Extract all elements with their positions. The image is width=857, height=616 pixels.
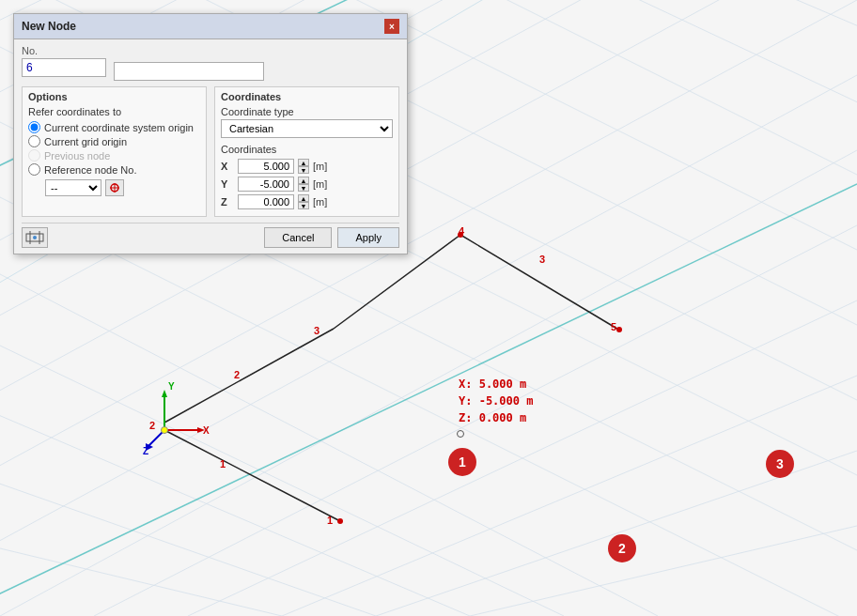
apply-button[interactable]: Apply	[337, 227, 399, 248]
svg-line-10	[0, 451, 376, 616]
y-coord-row: Y ▲ ▼ [m]	[221, 177, 393, 192]
y-label: Y	[221, 178, 234, 190]
y-input[interactable]	[238, 177, 294, 192]
coords-title: Coordinates	[221, 91, 393, 102]
ref-node-pick-button[interactable]	[105, 179, 124, 196]
svg-line-25	[470, 526, 857, 616]
svg-line-23	[282, 376, 857, 616]
coords-label: Coordinates	[221, 144, 393, 155]
options-panel: Options Refer coordinates to Current coo…	[22, 86, 207, 217]
svg-line-22	[188, 300, 857, 616]
y-spinner: ▲ ▼	[298, 177, 309, 192]
ref-node-row: --	[45, 179, 200, 196]
new-node-dialog: New Node × No. Options Refer coordinates…	[13, 13, 408, 254]
node-dot-5	[616, 327, 622, 332]
comment-input[interactable]	[114, 62, 264, 81]
z-coord-row: Z ▲ ▼ [m]	[221, 194, 393, 209]
radio-grid-origin[interactable]	[28, 135, 40, 147]
radio-item-prev-node: Previous node	[28, 149, 200, 162]
node-label-3-line: 3	[314, 325, 319, 336]
y-spin-down[interactable]: ▼	[298, 184, 309, 192]
x-label: X	[221, 161, 234, 172]
origin-point	[161, 426, 168, 434]
coord-type-label: Coordinate type	[221, 106, 393, 117]
node-number-row: No.	[22, 45, 399, 81]
node-label-2-line: 2	[234, 369, 240, 380]
x-coord-row: X ▲ ▼ [m]	[221, 159, 393, 174]
y-spin-up[interactable]: ▲	[298, 177, 309, 184]
radio-label-ref-node: Reference node No.	[44, 164, 136, 176]
y-unit: [m]	[313, 178, 327, 190]
node-label-1-line: 1	[327, 515, 333, 526]
dialog-body: No. Options Refer coordinates to Current…	[14, 39, 407, 254]
dialog-bottom: Cancel Apply	[22, 223, 399, 248]
z-label: Z	[221, 196, 234, 208]
comment-group	[114, 62, 399, 81]
coord-type-select[interactable]: Cartesian Cylindrical Spherical	[221, 119, 393, 138]
svg-line-33	[460, 235, 620, 331]
radio-prev-node	[28, 149, 40, 162]
z-spinner: ▲ ▼	[298, 194, 309, 209]
svg-text:X: X	[203, 425, 210, 436]
radio-label-prev-node: Previous node	[44, 150, 110, 162]
options-title: Options	[28, 91, 200, 102]
circle-label-3: 3	[766, 450, 794, 478]
coord-readout: X: 5.000 mY: -5.000 mZ: 0.000 m	[459, 376, 533, 426]
radio-item-coord-origin[interactable]: Current coordinate system origin	[28, 121, 200, 133]
svg-line-7	[0, 225, 658, 616]
radio-group: Current coordinate system origin Current…	[28, 121, 200, 176]
ref-node-select[interactable]: --	[45, 179, 101, 196]
radio-label-coord-origin: Current coordinate system origin	[44, 122, 194, 133]
circle-label-1: 1	[448, 448, 476, 476]
radio-item-ref-node[interactable]: Reference node No.	[28, 163, 200, 176]
x-spin-up[interactable]: ▲	[298, 159, 309, 166]
svg-text:Y: Y	[168, 381, 175, 392]
close-button[interactable]: ×	[384, 19, 399, 34]
svg-text:Z: Z	[143, 446, 148, 456]
node-label-1-right: 1	[220, 458, 226, 470]
z-spin-down[interactable]: ▼	[298, 202, 309, 209]
node-label-2: 2	[149, 420, 155, 431]
x-unit: [m]	[313, 161, 327, 172]
radio-coord-origin[interactable]	[28, 121, 40, 133]
node-no-group: No.	[22, 45, 106, 81]
cancel-button[interactable]: Cancel	[264, 227, 332, 248]
dialog-two-col: Options Refer coordinates to Current coo…	[22, 86, 399, 217]
coordinates-panel: Coordinates Coordinate type Cartesian Cy…	[214, 86, 399, 217]
refer-label: Refer coordinates to	[28, 106, 200, 117]
node-no-label: No.	[22, 45, 106, 56]
z-unit: [m]	[313, 196, 327, 208]
node-label-3: 3	[539, 254, 545, 265]
node-no-input[interactable]	[22, 58, 106, 77]
dialog-title: New Node	[22, 20, 76, 33]
node-label-4: 4	[459, 225, 464, 237]
dialog-buttons: Cancel Apply	[264, 227, 399, 248]
circle-label-2: 2	[608, 534, 636, 562]
radio-item-grid-origin[interactable]: Current grid origin	[28, 135, 200, 147]
dialog-titlebar: New Node ×	[14, 14, 407, 39]
snap-button[interactable]	[22, 227, 48, 248]
node-dot-1-bottom	[337, 518, 343, 524]
z-input[interactable]	[238, 194, 294, 209]
x-spin-down[interactable]: ▼	[298, 166, 309, 174]
node-label-5: 5	[611, 321, 616, 332]
svg-marker-38	[162, 390, 167, 397]
radio-ref-node[interactable]	[28, 163, 40, 176]
svg-line-31	[164, 329, 334, 423]
coord-type-row: Coordinate type Cartesian Cylindrical Sp…	[221, 106, 393, 138]
svg-line-9	[0, 376, 470, 616]
x-input[interactable]	[238, 159, 294, 174]
preview-node	[457, 430, 464, 438]
svg-point-50	[33, 236, 37, 239]
z-spin-up[interactable]: ▲	[298, 194, 309, 202]
radio-label-grid-origin: Current grid origin	[44, 136, 127, 147]
x-spinner: ▲ ▼	[298, 159, 309, 174]
